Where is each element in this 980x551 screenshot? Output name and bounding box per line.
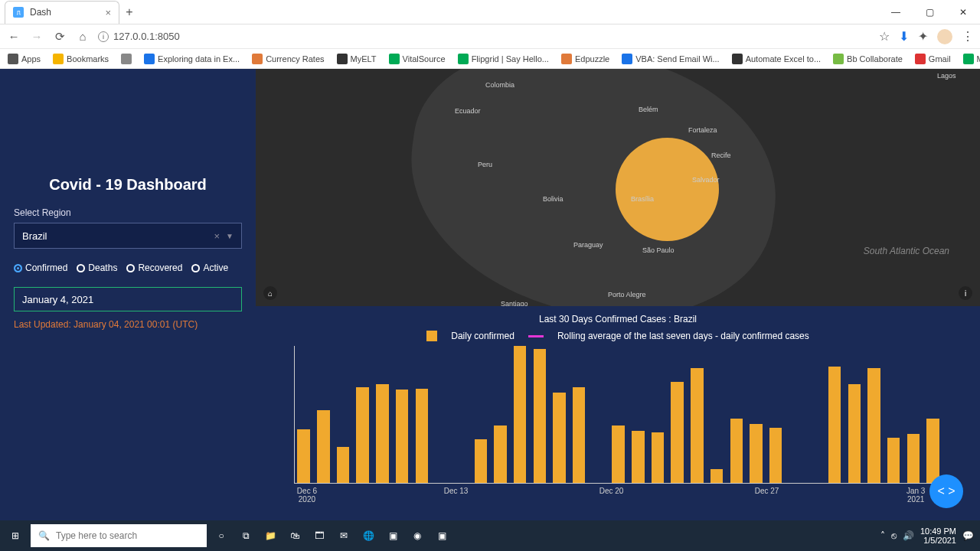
map-city-label: Colombia (485, 81, 514, 89)
window-maximize[interactable]: ▢ (913, 0, 946, 24)
chart-panel: Last 30 Days Confirmed Cases : Brazil Da… (256, 306, 980, 520)
bookmark-item[interactable] (118, 54, 135, 64)
map-city-label: Santiago (501, 300, 528, 306)
map-city-label: Belém (639, 106, 658, 113)
legend-line-label: Rolling average of the last seven days -… (557, 331, 809, 341)
explorer-icon[interactable]: 📁 (259, 520, 282, 551)
region-select[interactable]: Brazil × ▼ (14, 223, 242, 249)
x-tick-label: Dec 62020 (297, 487, 317, 504)
x-tick-label: Dec 13 (444, 487, 469, 495)
nav-back-icon[interactable]: ← (6, 30, 21, 43)
chart-legend: Daily confirmed Rolling average of the l… (279, 331, 957, 341)
metric-radio-group: ConfirmedDeathsRecoveredActive (14, 262, 242, 273)
map-data-circle (616, 138, 719, 241)
tab-title: Dash (30, 7, 51, 18)
map-city-label: Fortaleza (688, 126, 717, 134)
sidebar: Covid - 19 Dashboard Select Region Brazi… (0, 69, 256, 520)
search-placeholder: Type here to search (56, 530, 137, 541)
metric-radio[interactable]: Confirmed (14, 262, 67, 273)
url-text: 127.0.0.1:8050 (113, 31, 180, 42)
map-city-label: Porto Alegre (608, 291, 646, 298)
bookmark-item[interactable]: Maps (960, 54, 980, 64)
browser-address-bar: ← → ⟳ ⌂ i 127.0.0.1:8050 ☆ ⬇ ✦ ⋮ (0, 24, 980, 49)
download-icon[interactable]: ⬇ (899, 29, 909, 44)
metric-radio[interactable]: Deaths (77, 262, 117, 273)
nav-home-icon[interactable]: ⌂ (75, 30, 90, 43)
legend-line-swatch (528, 335, 544, 337)
metric-radio[interactable]: Recovered (126, 262, 182, 273)
map-city-label: Bolivia (543, 195, 564, 203)
window-minimize[interactable]: — (879, 0, 913, 24)
bookmark-item[interactable]: MyELT (334, 54, 380, 64)
legend-bar-swatch (426, 331, 437, 341)
floating-nav-button[interactable]: < > (929, 474, 963, 508)
last-updated-text: Last Updated: January 04, 2021 00:01 (UT… (14, 319, 242, 330)
notifications-icon[interactable]: 💬 (962, 530, 974, 541)
map-city-label: Ecuador (455, 107, 481, 115)
radio-dot-icon (191, 264, 200, 272)
region-label: Select Region (14, 207, 242, 218)
nav-forward-icon[interactable]: → (29, 30, 44, 43)
close-tab-icon[interactable]: × (105, 7, 111, 18)
chart-plot[interactable] (294, 346, 942, 484)
bookmark-item[interactable]: Currency Rates (249, 54, 327, 64)
date-value: January 4, 2021 (22, 294, 93, 305)
map-city-label: Salvador (692, 176, 720, 184)
legend-bar-label: Daily confirmed (451, 331, 514, 341)
chart-title: Last 30 Days Confirmed Cases : Brazil (279, 314, 957, 324)
radio-dot-icon (126, 264, 135, 272)
bookmark-item[interactable]: Flipgrid | Say Hello... (455, 54, 552, 64)
taskbar-search[interactable]: 🔍 Type here to search (31, 524, 207, 547)
chart-x-axis: Dec 62020Dec 13Dec 20Dec 27Jan 32021 (294, 487, 942, 505)
clear-select-icon[interactable]: × (214, 230, 220, 242)
bookmark-item[interactable]: Gmail (912, 54, 954, 64)
bookmark-item[interactable]: Apps (5, 54, 44, 64)
map-region-label: South Atlantic Ocean (864, 245, 949, 257)
map-city-label: Lagos (937, 72, 956, 80)
bookmark-star-icon[interactable]: ☆ (879, 29, 890, 44)
bookmark-item[interactable]: VBA: Send Email Wi... (619, 54, 722, 64)
map-city-label: São Paulo (642, 246, 675, 254)
radio-dot-icon (77, 264, 85, 272)
new-tab-button[interactable]: + (119, 2, 139, 22)
map-info-button[interactable]: i (959, 286, 972, 300)
browser-tab[interactable]: ⎍ Dash × (5, 1, 119, 24)
x-tick-label: Jan 32021 (906, 487, 925, 504)
bookmark-item[interactable]: Edpuzzle (558, 54, 612, 64)
window-close[interactable]: ✕ (946, 0, 980, 24)
task-view-icon[interactable]: ⧉ (234, 520, 257, 551)
date-input[interactable]: January 4, 2021 (14, 287, 242, 311)
x-tick-label: Dec 20 (599, 487, 624, 495)
map-panel[interactable]: South Atlantic Ocean ⌂ i ColombiaEcuador… (256, 69, 980, 306)
bookmark-item[interactable]: Exploring data in Ex... (141, 54, 243, 64)
url-display[interactable]: i 127.0.0.1:8050 (98, 31, 180, 42)
extensions-icon[interactable]: ✦ (918, 29, 928, 44)
bookmark-item[interactable]: Automate Excel to... (729, 54, 824, 64)
bookmarks-bar: AppsBookmarksExploring data in Ex...Curr… (0, 49, 980, 69)
page-title: Covid - 19 Dashboard (14, 176, 242, 194)
map-city-label: Paraguay (573, 241, 603, 249)
bookmark-item[interactable]: Bookmarks (50, 54, 112, 64)
cortana-icon[interactable]: ○ (210, 520, 233, 551)
bookmark-item[interactable]: VitalSource (386, 54, 449, 64)
nav-reload-icon[interactable]: ⟳ (52, 30, 67, 44)
browser-menu-icon[interactable]: ⋮ (962, 29, 974, 44)
map-city-label: Peru (478, 161, 492, 168)
profile-avatar[interactable] (937, 29, 952, 44)
metric-radio[interactable]: Active (191, 262, 228, 273)
search-icon: 🔍 (38, 530, 50, 541)
bookmark-item[interactable]: Bb Collaborate (830, 54, 906, 64)
region-value: Brazil (22, 230, 47, 242)
map-city-label: Recife (711, 152, 731, 159)
chevron-down-icon[interactable]: ▼ (226, 232, 234, 240)
browser-titlebar: ⎍ Dash × + — ▢ ✕ (0, 0, 980, 24)
x-tick-label: Dec 27 (755, 487, 779, 495)
site-info-icon[interactable]: i (98, 31, 109, 42)
map-home-button[interactable]: ⌂ (263, 286, 277, 300)
map-city-label: Brasília (631, 195, 654, 203)
radio-dot-icon (14, 264, 22, 272)
tab-favicon: ⎍ (13, 7, 24, 18)
main-content: South Atlantic Ocean ⌂ i ColombiaEcuador… (256, 69, 980, 520)
start-button[interactable]: ⊞ (0, 520, 31, 551)
